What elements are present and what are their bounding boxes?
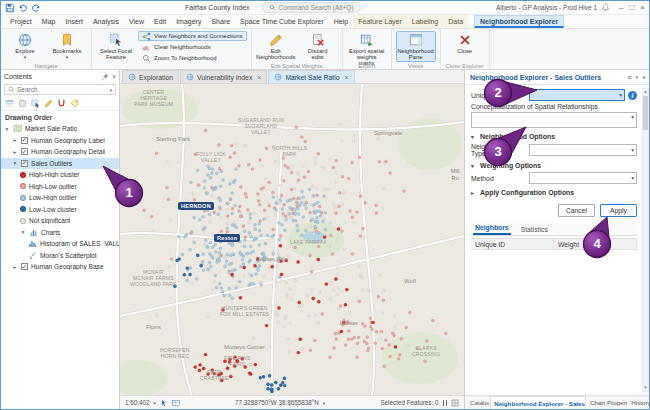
scroll-down-icon[interactable]: ▼ (643, 385, 648, 391)
pane-scrollbar[interactable]: ▲ ▼ (642, 88, 649, 392)
undo-icon[interactable] (18, 3, 28, 13)
ribbon-tab-project[interactable]: Project (5, 15, 37, 28)
ribbon-tab-neighborhood-explorer[interactable]: Neighborhood Explorer (474, 15, 564, 28)
save-icon[interactable] (5, 3, 15, 13)
close-panel-icon[interactable]: × (112, 73, 116, 80)
chevron-down-icon[interactable]: ▾ (154, 400, 157, 406)
layer-low-high-outlier[interactable]: Low-High outlier (1, 192, 119, 204)
chevron-down-icon[interactable]: ▾ (635, 74, 638, 80)
unique-id-column-header[interactable]: Unique ID (471, 239, 554, 249)
coordinate-display[interactable]: 77.3288750°W 38.8655838°N (235, 399, 319, 406)
expander-icon[interactable]: ▸ (12, 137, 18, 143)
maximize-button[interactable]: □ (629, 3, 634, 12)
ribbon-tab-edit[interactable]: Edit (149, 15, 171, 28)
ribbon-tab-feature-layer[interactable]: Feature Layer (353, 15, 407, 28)
close-pane-icon[interactable]: × (642, 74, 646, 81)
layer-histogram-of-sales-value[interactable]: Histogram of SALES_VALUE (1, 238, 119, 250)
list-by-editing-icon[interactable] (44, 99, 53, 108)
dock-tab-neighborhood-explorer-sales-outliers[interactable]: Neighborhood Explorer - Sales Outliers (490, 396, 586, 409)
unique-id-dropdown[interactable]: ▾ (529, 89, 625, 101)
edit-neighborhoods-button[interactable]: Edit Neighborhoods (256, 31, 296, 62)
neighborhood-options-section[interactable]: ▾ Neighborhood Options (471, 133, 637, 140)
scroll-up-icon[interactable]: ▲ (643, 89, 648, 95)
close-window-button[interactable]: × (640, 3, 645, 12)
scrollbar-thumb[interactable] (643, 96, 648, 130)
cancel-button[interactable]: Cancel (558, 204, 595, 217)
list-by-drawing-order-icon[interactable] (5, 99, 14, 108)
select-focal-feature-button[interactable]: Select Focal Feature (96, 31, 136, 62)
ribbon-tab-data[interactable]: Data (443, 15, 468, 28)
account-label[interactable]: Alberto - GP Analysis - Prod Hive 1 (496, 4, 597, 11)
view-tab-market-sale-ratio[interactable]: Market Sale Ratio× (268, 70, 354, 83)
ribbon-tab-space-time-cube-explorer[interactable]: Space Time Cube Explorer (235, 15, 329, 28)
expander-icon[interactable]: ▾ (4, 126, 10, 132)
list-by-snapping-icon[interactable] (57, 99, 66, 108)
dock-tab-chart-properties[interactable]: Chart Properties (587, 396, 627, 409)
layer-checkbox[interactable]: ✓ (21, 263, 28, 270)
close-tab-icon[interactable]: × (257, 74, 261, 81)
dock-tab-history[interactable]: History (628, 396, 649, 409)
layer-checkbox[interactable]: ✓ (21, 148, 28, 155)
ribbon-tab-insert[interactable]: Insert (60, 15, 88, 28)
zoom-to-neighborhood-button[interactable]: Zoom To Neighborhood (138, 53, 247, 63)
list-by-labeling-icon[interactable] (70, 99, 79, 108)
map-canvas[interactable]: CENTER HERITAGE PARK MUSEUMSterling Park… (120, 84, 464, 395)
contents-search[interactable]: ▾ (4, 84, 116, 95)
bookmarks-button[interactable]: Bookmarks▾ (47, 31, 87, 62)
layer-high-low-outlier[interactable]: High-Low outlier (1, 181, 119, 193)
view-tab-vulnerability-index[interactable]: Vulnerability Index× (180, 70, 267, 83)
conceptualization-dropdown[interactable]: ▾ (471, 112, 637, 128)
pane-tab-statistics[interactable]: Statistics (519, 226, 550, 235)
contents-search-input[interactable] (17, 86, 107, 93)
layer-market-sale-ratio[interactable]: ▾Market Sale Ratio (1, 123, 119, 135)
dock-tab-catalog[interactable]: Catalog (467, 396, 489, 409)
notifications-icon[interactable] (601, 3, 610, 12)
layer-charts[interactable]: ▾Charts (1, 227, 119, 239)
weighting-options-section[interactable]: ▾ Weighting Options (471, 162, 637, 169)
expander-icon[interactable]: ▸ (12, 264, 18, 270)
pause-drawing-icon[interactable] (443, 400, 448, 406)
layer-not-significant[interactable]: Not significant (1, 215, 119, 227)
expander-icon[interactable]: ▸ (12, 149, 18, 155)
layer-checkbox[interactable]: ✓ (21, 160, 28, 167)
layer-human-geography-detail[interactable]: ▸✓Human Geography Detail (1, 146, 119, 158)
method-dropdown[interactable]: ▾ (529, 172, 637, 184)
expander-icon[interactable]: ▾ (20, 229, 26, 235)
ribbon-tab-help[interactable]: Help (329, 15, 353, 28)
ribbon-tab-labeling[interactable]: Labeling (407, 15, 443, 28)
list-by-selection-icon[interactable] (31, 99, 40, 108)
close-explorer-button[interactable]: Close (445, 31, 485, 56)
view-tab-exploration[interactable]: Exploration (122, 70, 179, 83)
ribbon-tab-map[interactable]: Map (37, 15, 61, 28)
ribbon-tab-imagery[interactable]: Imagery (171, 15, 206, 28)
close-tab-icon[interactable]: × (344, 74, 348, 81)
pin-icon[interactable] (101, 73, 109, 81)
ribbon-tab-view[interactable]: View (124, 15, 149, 28)
command-search[interactable]: Command Search (Alt+Q) (262, 2, 361, 13)
layer-human-geography-base[interactable]: ▸✓Human Geography Base (1, 261, 119, 273)
discard-edits-button[interactable]: Discard edits (298, 31, 338, 62)
list-by-source-icon[interactable] (18, 99, 27, 108)
refresh-grid-icon[interactable] (451, 399, 459, 407)
ribbon-tab-share[interactable]: Share (206, 15, 235, 28)
info-icon[interactable]: i (628, 91, 637, 100)
expander-icon[interactable]: ▾ (12, 160, 18, 166)
scale-display[interactable]: 1:60,402 (125, 399, 150, 406)
explore-button[interactable]: Explore▾ (5, 31, 45, 62)
apply-configuration-options-section[interactable]: ▸ Apply Configuration Options (471, 189, 637, 196)
selection-tool-icon[interactable] (160, 399, 168, 407)
layer-sales-outliers[interactable]: ▾✓Sales Outliers (1, 158, 119, 170)
layer-high-high-cluster[interactable]: High-High cluster (1, 169, 119, 181)
clear-neighborhoods-button[interactable]: Clear Neighborhoods (138, 42, 247, 52)
neighborhood-pane-button[interactable]: Neighborhood Pane (396, 31, 436, 62)
layer-moran-s-scatterplot[interactable]: Moran's Scatterplot (1, 250, 119, 262)
view-neighbors-and-connections-button[interactable]: View Neighbors and Connections (138, 31, 247, 41)
chevron-down-icon[interactable]: ▾ (323, 400, 326, 406)
apply-button[interactable]: Apply (600, 204, 637, 217)
layer-low-low-cluster[interactable]: Low-Low cluster (1, 204, 119, 216)
pane-tab-neighbors[interactable]: Neighbors (473, 224, 511, 235)
ribbon-tab-analysis[interactable]: Analysis (88, 15, 124, 28)
layer-human-geography-label[interactable]: ▸✓Human Geography Label (1, 135, 119, 147)
redo-icon[interactable] (31, 3, 41, 13)
layer-checkbox[interactable]: ✓ (21, 137, 28, 144)
